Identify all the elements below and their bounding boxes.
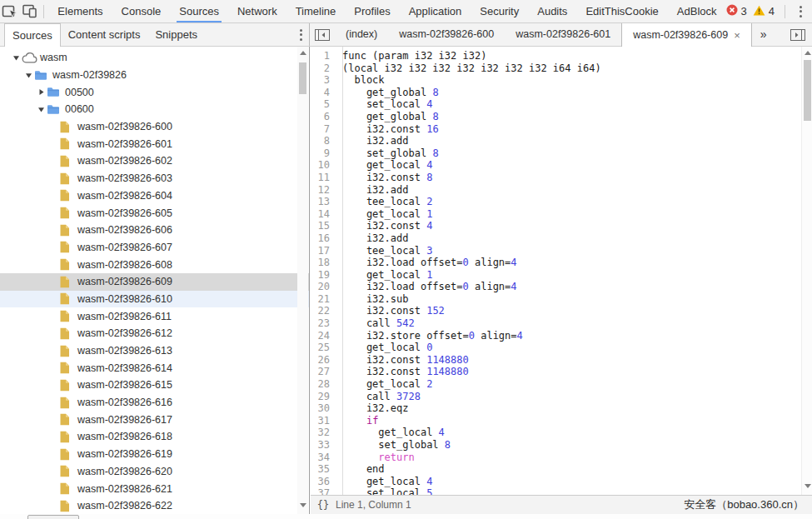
gutter-line-number[interactable]: 31 (311, 415, 337, 427)
expander-open-icon[interactable] (22, 72, 34, 79)
tree-item[interactable]: wasm-02f39826-620 (0, 463, 309, 481)
device-toolbar-icon[interactable] (20, 0, 40, 22)
console-message-badges[interactable]: 3 4 (726, 4, 812, 19)
editor-tab[interactable]: (index) (335, 23, 388, 46)
gutter-line-number[interactable]: 14 (311, 208, 337, 221)
tree-item[interactable]: wasm-02f39826-621 (0, 480, 309, 497)
editor-scroll-down-icon[interactable] (802, 481, 812, 492)
gutter-line-number[interactable]: 27 (311, 366, 337, 378)
gutter-line-number[interactable]: 4 (311, 87, 337, 99)
gutter-line-number[interactable]: 15 (311, 220, 337, 232)
tree-scroll-down-icon[interactable] (297, 500, 308, 511)
tree-item[interactable]: wasm-02f39826-615 (0, 377, 309, 394)
tree-item[interactable]: wasm-02f39826-609 (0, 273, 309, 291)
code-line[interactable]: 22 i32.const 152 (311, 305, 800, 317)
show-drawer-icon[interactable] (784, 23, 812, 46)
tree-item[interactable]: wasm-02f39826-604 (0, 187, 309, 205)
code-line[interactable]: 19 get_local 1 (311, 269, 800, 282)
gutter-line-number[interactable]: 11 (311, 172, 337, 184)
tree-item[interactable]: wasm-02f39826-607 (0, 239, 309, 257)
gutter-line-number[interactable]: 8 (311, 135, 337, 147)
toolbar-tab-elements[interactable]: Elements (48, 0, 112, 22)
expander-open-icon[interactable] (35, 106, 47, 113)
code-line[interactable]: 27 i32.const 1148880 (311, 366, 800, 378)
editor-scrollbar[interactable] (801, 47, 812, 495)
code-line[interactable]: 18 i32.load offset=0 align=4 (311, 257, 800, 269)
code-line[interactable]: 23 call 542 (311, 317, 800, 330)
navigator-menu-icon[interactable] (293, 29, 309, 41)
editor-scrollbar-thumb[interactable] (804, 60, 811, 121)
pretty-print-button[interactable]: {} (311, 499, 336, 511)
gutter-line-number[interactable]: 1 (311, 50, 337, 62)
gutter-line-number[interactable]: 33 (311, 439, 337, 452)
tree-item[interactable]: 00600 (0, 101, 309, 118)
gutter-line-number[interactable]: 7 (311, 123, 337, 136)
code-line[interactable]: 12 i32.add (311, 184, 800, 197)
expander-open-icon[interactable] (10, 54, 22, 62)
tree-item[interactable]: wasm-02f39826-612 (0, 325, 309, 342)
tree-scrollbar-thumb[interactable] (299, 62, 306, 94)
code-line[interactable]: 14 get_local 1 (311, 208, 800, 221)
code-line[interactable]: 29 call 3728 (311, 391, 800, 403)
code-line[interactable]: 9 set_global 8 (311, 147, 800, 160)
code-line[interactable]: 26 i32.const 1148880 (311, 354, 800, 367)
gutter-line-number[interactable]: 19 (311, 269, 337, 282)
gutter-line-number[interactable]: 25 (311, 342, 337, 354)
tree-item[interactable]: wasm-02f39826-600 (0, 118, 309, 136)
gutter-line-number[interactable]: 9 (311, 147, 337, 160)
code-line[interactable]: 16 i32.add (311, 232, 800, 245)
tree-item[interactable]: wasm-02f39826-603 (0, 170, 309, 187)
gutter-line-number[interactable]: 5 (311, 98, 337, 111)
code-line[interactable]: 4 get_global 8 (311, 87, 800, 99)
gutter-line-number[interactable]: 28 (311, 378, 337, 391)
editor-tab[interactable]: wasm-02f39826-600 (388, 23, 505, 46)
code-line[interactable]: 35 end (311, 463, 800, 476)
editor-tab[interactable]: wasm-02f39826-601 (505, 23, 621, 46)
gutter-line-number[interactable]: 12 (311, 184, 337, 197)
gutter-line-number[interactable]: 36 (311, 476, 337, 488)
gutter-line-number[interactable]: 24 (311, 330, 337, 342)
tree-scroll-up-icon[interactable] (297, 47, 308, 58)
toolbar-tab-security[interactable]: Security (471, 0, 528, 22)
toolbar-tab-timeline[interactable]: Timeline (286, 0, 346, 22)
code-line[interactable]: 8 i32.add (311, 135, 800, 147)
gutter-line-number[interactable]: 2 (311, 62, 337, 75)
code-line[interactable]: 25 get_local 0 (311, 342, 800, 354)
expander-closed-icon[interactable] (35, 88, 47, 96)
gutter-line-number[interactable]: 10 (311, 159, 337, 172)
code-line[interactable]: 11 i32.const 8 (311, 172, 800, 184)
tree-item[interactable]: wasm-02f39826-610 (0, 291, 309, 308)
tree-scrollbar[interactable] (297, 47, 308, 514)
gutter-line-number[interactable]: 13 (311, 196, 337, 208)
toolbar-tab-application[interactable]: Application (400, 0, 471, 22)
code-line[interactable]: 5 set_local 4 (311, 98, 800, 111)
gutter-line-number[interactable]: 23 (311, 317, 337, 330)
toolbar-tab-profiles[interactable]: Profiles (345, 0, 399, 22)
tree-item[interactable]: wasm-02f39826-616 (0, 394, 309, 412)
gutter-line-number[interactable]: 37 (311, 487, 337, 495)
toolbar-tab-adblock[interactable]: AdBlock (668, 0, 726, 22)
tree-item[interactable]: wasm-02f39826-618 (0, 428, 309, 446)
code-line[interactable]: 2(local i32 i32 i32 i32 i32 i32 i32 i64 … (311, 62, 800, 75)
panel-tab-sources[interactable]: Sources (4, 23, 61, 47)
code-line[interactable]: 31 if (311, 415, 800, 427)
code-line[interactable]: 28 get_local 2 (311, 378, 800, 391)
toolbar-tab-editthiscookie[interactable]: EditThisCookie (576, 0, 667, 22)
toolbar-tab-sources[interactable]: Sources (170, 0, 228, 22)
tree-item[interactable]: wasm-02f39826-606 (0, 222, 309, 239)
more-tabs-button[interactable]: » (752, 23, 775, 46)
code-line[interactable]: 21 i32.sub (311, 293, 800, 306)
gutter-line-number[interactable]: 26 (311, 354, 337, 367)
code-line[interactable]: 20 i32.load offset=0 align=4 (311, 281, 800, 293)
code-line[interactable]: 17 tee_local 3 (311, 245, 800, 257)
gutter-line-number[interactable]: 18 (311, 257, 337, 269)
gutter-line-number[interactable]: 34 (311, 452, 337, 464)
code-line[interactable]: 10 get_local 4 (311, 159, 800, 172)
gutter-line-number[interactable]: 22 (311, 305, 337, 317)
tree-item[interactable]: wasm (0, 49, 309, 67)
toolbar-tab-console[interactable]: Console (112, 0, 171, 22)
code-line[interactable]: 13 tee_local 2 (311, 196, 800, 208)
panel-tab-snippets[interactable]: Snippets (147, 23, 205, 46)
tree-item[interactable]: wasm-02f39826-611 (0, 307, 309, 325)
gutter-line-number[interactable]: 3 (311, 74, 337, 87)
